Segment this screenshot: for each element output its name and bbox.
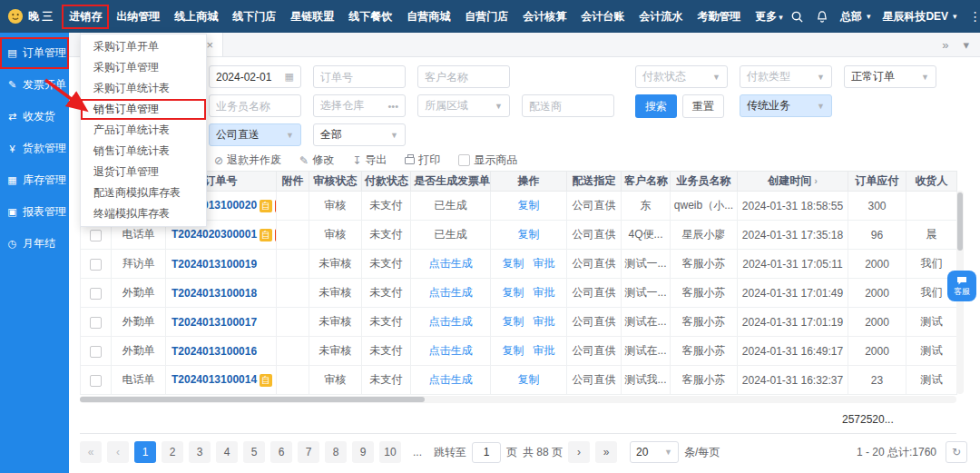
topnav-item[interactable]: 自营门店 (457, 5, 515, 29)
show-goods-checkbox[interactable] (458, 154, 470, 166)
op-link[interactable]: 复制 (503, 286, 524, 299)
topnav-item[interactable]: 自营商城 (399, 5, 457, 29)
page-button[interactable]: 8 (325, 441, 347, 463)
row-checkbox[interactable] (90, 317, 102, 329)
reset-button[interactable]: 重置 (682, 94, 724, 118)
topnav-item[interactable]: 线下餐饮 (341, 5, 399, 29)
distributor-input[interactable] (529, 100, 607, 113)
distributor-field[interactable] (522, 94, 614, 117)
void-order-button[interactable]: ⊘ 退款并作废 (214, 153, 281, 168)
close-icon[interactable]: × (206, 38, 213, 52)
prev-page-button[interactable]: ‹ (107, 441, 129, 463)
order-no-link[interactable]: T2024013100018 (172, 287, 257, 300)
export-button[interactable]: ↧ 导出 (352, 153, 387, 168)
generate-invoice-link[interactable]: 点击生成 (429, 373, 473, 386)
topnav-item[interactable]: 考勤管理 (690, 5, 748, 29)
column-header[interactable]: 审核状态 (309, 172, 362, 192)
sidebar-item[interactable]: ▦库存管理 (0, 164, 69, 196)
tenant-select[interactable]: 星辰科技DEV ▾ (882, 9, 956, 25)
page-button[interactable]: 9 (352, 441, 374, 463)
order-no-input[interactable] (320, 71, 398, 84)
menu-item[interactable]: 终端模拟库存表 (81, 203, 206, 224)
op-link[interactable]: 审批 (534, 257, 555, 270)
topnav-item[interactable]: 进销存 (62, 5, 109, 29)
sidebar-item[interactable]: ⇄收发货 (0, 101, 69, 133)
salesman-field[interactable] (209, 94, 301, 117)
page-button[interactable]: 1 (134, 441, 156, 463)
sidebar-item[interactable]: ◷月年结 (0, 228, 69, 260)
column-header[interactable]: 付款状态 (362, 172, 411, 192)
row-checkbox[interactable] (90, 259, 102, 271)
page-button[interactable]: 2 (162, 441, 183, 463)
order-no-link[interactable]: T2024013100017 (172, 316, 257, 329)
generate-invoice-link[interactable]: 点击生成 (429, 286, 473, 299)
horizontal-scrollbar[interactable] (80, 396, 956, 403)
op-link[interactable]: 复制 (518, 199, 540, 212)
ellipsis-icon[interactable]: ••• (387, 101, 398, 112)
vertical-scrollbar-thumb[interactable] (957, 192, 963, 251)
op-link[interactable]: 审批 (534, 286, 555, 299)
op-link[interactable]: 复制 (518, 228, 540, 241)
order-no-link[interactable]: T2024013100016 (172, 345, 257, 358)
op-link[interactable]: 审批 (534, 344, 555, 357)
menu-item[interactable]: 采购订单统计表 (81, 78, 206, 99)
order-no-link[interactable]: T2024013100019 (172, 258, 257, 271)
business-type-select[interactable]: 传统业务 ▼ (740, 94, 832, 117)
generate-invoice-link[interactable]: 点击生成 (429, 257, 473, 270)
order-no-field[interactable] (313, 65, 406, 88)
delivery-mode-select[interactable]: 公司直送 ▼ (209, 123, 301, 146)
collapse-panel-icon[interactable]: ▾ (963, 38, 969, 52)
refresh-icon[interactable]: ↻ (946, 441, 967, 463)
generate-invoice-link[interactable]: 点击生成 (429, 344, 473, 357)
op-link[interactable]: 复制 (503, 344, 524, 357)
column-header[interactable]: 是否生成发票单 (411, 172, 491, 192)
row-checkbox[interactable] (90, 346, 102, 358)
more-options-icon[interactable]: ⋮ (969, 9, 980, 24)
customer-name-input[interactable] (425, 71, 503, 84)
op-link[interactable]: 审批 (534, 315, 555, 328)
column-header[interactable]: 订单应付 (848, 172, 906, 192)
topnav-item[interactable]: 会计台账 (573, 5, 632, 29)
topnav-item[interactable]: 星链联盟 (283, 5, 341, 29)
page-size-select[interactable]: 20 ▼ (630, 441, 679, 463)
column-header[interactable]: 收货人 (906, 172, 957, 192)
topnav-item[interactable]: 线上商城 (167, 5, 225, 29)
menu-item[interactable]: 采购订单管理 (81, 57, 206, 78)
search-icon[interactable] (790, 10, 804, 24)
user-chip[interactable]: 晚 三 (7, 8, 53, 25)
next-page-button[interactable]: › (568, 441, 590, 463)
order-date-input[interactable] (216, 71, 285, 84)
topnav-item[interactable]: 出纳管理 (109, 5, 167, 29)
sidebar-item[interactable]: ✎发票开单 (0, 69, 69, 101)
page-button[interactable]: 3 (189, 441, 211, 463)
menu-item[interactable]: 销售订单统计表 (81, 141, 206, 162)
sidebar-item[interactable]: ▤订单管理 (0, 37, 69, 69)
generate-invoice-link[interactable]: 点击生成 (429, 315, 473, 328)
topnav-item[interactable]: 会计核算 (515, 5, 573, 29)
topnav-item[interactable]: 更多▾ (748, 5, 790, 29)
sidebar-item[interactable]: ▣报表管理 (0, 196, 69, 228)
first-page-button[interactable]: « (80, 441, 102, 463)
menu-item[interactable]: 退货订单管理 (81, 162, 206, 182)
horizontal-scrollbar-thumb[interactable] (80, 397, 425, 402)
op-link[interactable]: 复制 (518, 373, 540, 386)
order-date-field[interactable]: ▦ (209, 65, 301, 88)
column-header[interactable]: 操作 (491, 172, 567, 192)
op-link[interactable]: 复制 (503, 315, 524, 328)
show-goods-toggle[interactable]: 显示商品 (458, 153, 517, 168)
menu-item[interactable]: 销售订单管理 (81, 99, 206, 120)
region-select[interactable]: 所属区域 ▼ (417, 94, 510, 117)
search-button[interactable]: 搜索 (635, 94, 677, 118)
print-button[interactable]: 打印 (405, 153, 440, 168)
page-button[interactable]: 10 (379, 441, 401, 463)
last-page-button[interactable]: » (595, 441, 617, 463)
page-button[interactable]: 4 (216, 441, 238, 463)
menu-item[interactable]: 产品订单统计表 (81, 120, 206, 141)
page-button[interactable]: 6 (270, 441, 292, 463)
column-header[interactable]: 创建时间 › (738, 172, 848, 192)
order-kind-select[interactable]: 正常订单 ▼ (844, 65, 936, 88)
column-header[interactable]: 业务员名称 (671, 172, 738, 192)
column-header[interactable]: 客户名称 (622, 172, 671, 192)
sort-icon[interactable]: › (811, 175, 818, 186)
pay-status-select[interactable]: 付款状态 ▼ (635, 65, 728, 88)
